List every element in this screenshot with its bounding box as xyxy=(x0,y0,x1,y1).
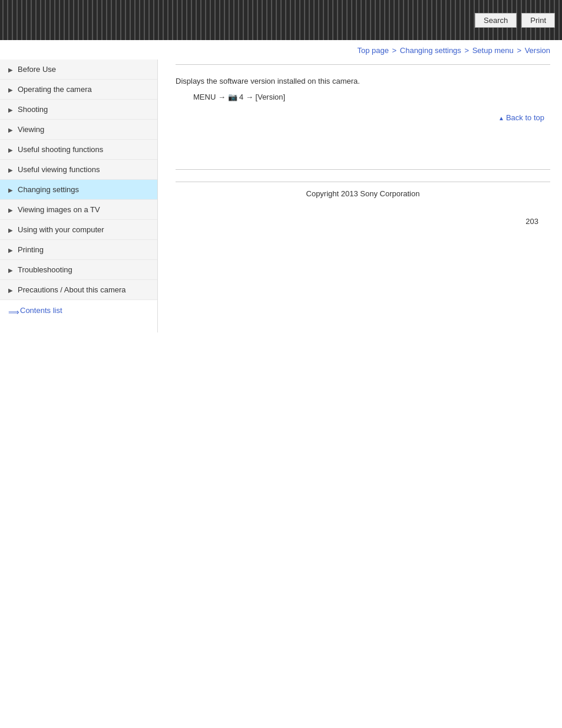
triangle-icon: ▲ xyxy=(498,115,504,121)
chevron-right-icon: ▶ xyxy=(8,147,14,153)
contents-list-link[interactable]: Contents list xyxy=(20,306,62,315)
sidebar-item-label: Viewing xyxy=(18,125,44,134)
breadcrumb-setup-menu[interactable]: Setup menu xyxy=(472,46,514,55)
sidebar-item-label: Before Use xyxy=(18,65,56,74)
sidebar: ▶Before Use▶Operating the camera▶Shootin… xyxy=(0,60,158,332)
content-bottom: Copyright 2013 Sony Corporation 203 xyxy=(176,169,550,232)
sidebar-item-precautions[interactable]: ▶Precautions / About this camera xyxy=(0,280,157,300)
content-divider xyxy=(176,64,550,65)
page-number: 203 xyxy=(176,205,550,232)
sidebar-item-label: Troubleshooting xyxy=(18,265,72,274)
sidebar-item-viewing[interactable]: ▶Viewing xyxy=(0,120,157,140)
breadcrumb-sep1: > xyxy=(390,46,399,55)
footer: Copyright 2013 Sony Corporation xyxy=(176,182,550,205)
sidebar-item-label: Precautions / About this camera xyxy=(18,285,126,294)
sidebar-item-label: Changing settings xyxy=(18,185,79,194)
contents-list-item[interactable]: ⟹ Contents list xyxy=(0,300,157,321)
sidebar-item-label: Useful viewing functions xyxy=(18,165,100,174)
menu-num: 4 → [Version] xyxy=(237,93,286,101)
sidebar-item-label: Using with your computer xyxy=(18,225,104,234)
chevron-right-icon: ▶ xyxy=(8,127,14,133)
chevron-right-icon: ▶ xyxy=(8,287,14,293)
content-menu-line: MENU → 📷 4 → [Version] xyxy=(193,93,550,101)
sidebar-item-label: Printing xyxy=(18,245,44,254)
contents-list-arrow-icon: ⟹ xyxy=(8,308,18,314)
sidebar-item-changing-settings[interactable]: ▶Changing settings xyxy=(0,180,157,200)
back-to-top-link[interactable]: ▲Back to top xyxy=(498,113,544,122)
chevron-right-icon: ▶ xyxy=(8,167,14,173)
chevron-right-icon: ▶ xyxy=(8,267,14,273)
menu-text: MENU → xyxy=(193,93,228,101)
sidebar-item-troubleshooting[interactable]: ▶Troubleshooting xyxy=(0,260,157,280)
chevron-right-icon: ▶ xyxy=(8,227,14,233)
chevron-right-icon: ▶ xyxy=(8,187,14,193)
breadcrumb: Top page > Changing settings > Setup men… xyxy=(0,40,562,60)
sidebar-item-operating-camera[interactable]: ▶Operating the camera xyxy=(0,80,157,100)
camera-icon: 📷 xyxy=(228,93,237,101)
sidebar-item-label: Operating the camera xyxy=(18,85,92,94)
content-description: Displays the software version installed … xyxy=(176,77,550,85)
footer-divider xyxy=(176,169,550,170)
sidebar-item-useful-shooting[interactable]: ▶Useful shooting functions xyxy=(0,140,157,160)
breadcrumb-version[interactable]: Version xyxy=(525,46,550,55)
sidebar-item-before-use[interactable]: ▶Before Use xyxy=(0,60,157,80)
sidebar-item-label: Viewing images on a TV xyxy=(18,205,100,214)
content-area: Displays the software version installed … xyxy=(158,60,562,332)
header-bar: Search Print xyxy=(0,0,562,40)
search-button[interactable]: Search xyxy=(475,13,517,28)
sidebar-item-viewing-tv[interactable]: ▶Viewing images on a TV xyxy=(0,200,157,220)
breadcrumb-top-page[interactable]: Top page xyxy=(357,46,389,55)
chevron-right-icon: ▶ xyxy=(8,87,14,93)
chevron-right-icon: ▶ xyxy=(8,67,14,73)
sidebar-item-label: Shooting xyxy=(18,105,48,114)
chevron-right-icon: ▶ xyxy=(8,107,14,113)
breadcrumb-changing-settings[interactable]: Changing settings xyxy=(400,46,461,55)
back-to-top: ▲Back to top xyxy=(176,113,550,122)
sidebar-item-shooting[interactable]: ▶Shooting xyxy=(0,100,157,120)
chevron-right-icon: ▶ xyxy=(8,207,14,213)
copyright-text: Copyright 2013 Sony Corporation xyxy=(306,189,420,198)
sidebar-item-printing[interactable]: ▶Printing xyxy=(0,240,157,260)
breadcrumb-sep3: > xyxy=(515,46,524,55)
print-button[interactable]: Print xyxy=(521,13,555,28)
main-layout: ▶Before Use▶Operating the camera▶Shootin… xyxy=(0,60,562,332)
sidebar-item-using-computer[interactable]: ▶Using with your computer xyxy=(0,220,157,240)
sidebar-item-label: Useful shooting functions xyxy=(18,145,103,154)
sidebar-item-useful-viewing[interactable]: ▶Useful viewing functions xyxy=(0,160,157,180)
chevron-right-icon: ▶ xyxy=(8,247,14,253)
breadcrumb-sep2: > xyxy=(462,46,471,55)
